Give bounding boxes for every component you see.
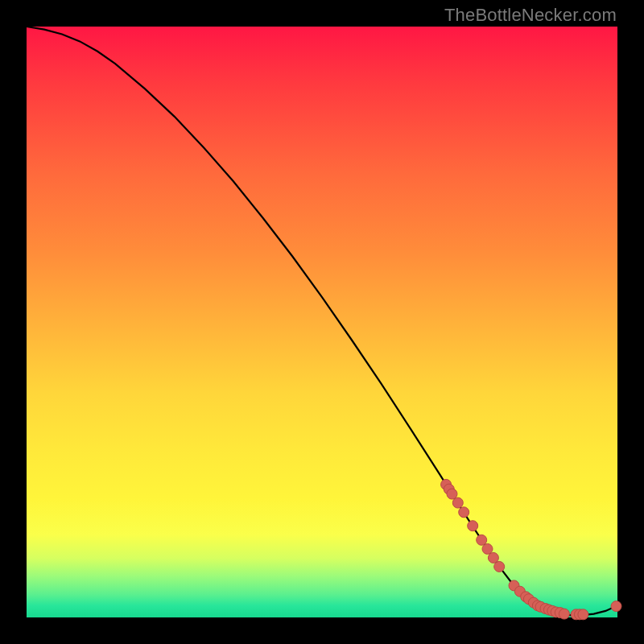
- data-marker: [482, 543, 493, 554]
- data-marker: [468, 521, 478, 531]
- data-marker: [559, 609, 569, 619]
- data-marker: [494, 561, 505, 572]
- bottleneck-curve: [27, 27, 617, 615]
- data-marker: [611, 601, 621, 612]
- data-marker: [459, 507, 469, 518]
- chart-overlay: [27, 27, 617, 617]
- data-marker: [452, 497, 463, 508]
- data-marker: [447, 489, 457, 499]
- data-marker: [477, 535, 487, 545]
- data-marker: [488, 552, 498, 563]
- chart-frame: TheBottleNecker.com: [0, 0, 644, 644]
- data-markers: [441, 479, 621, 619]
- watermark-label: TheBottleNecker.com: [444, 5, 617, 26]
- data-marker: [578, 609, 588, 620]
